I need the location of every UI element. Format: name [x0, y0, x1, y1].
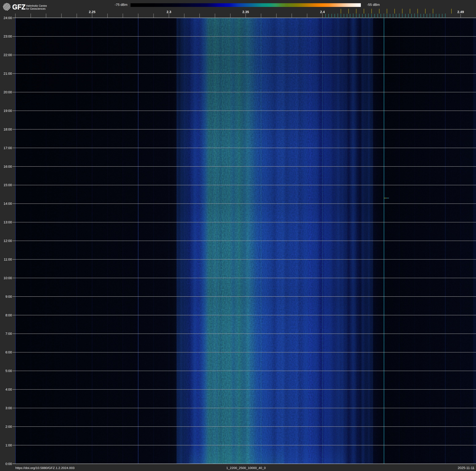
- svg-text:Helmholtz Centre: Helmholtz Centre: [26, 4, 47, 7]
- svg-text:0:00: 0:00: [5, 462, 12, 466]
- svg-text:5:00: 5:00: [5, 369, 12, 373]
- svg-text:2.49: 2.49: [458, 10, 464, 14]
- svg-text:2.4: 2.4: [320, 10, 325, 14]
- svg-text:14:00: 14:00: [3, 202, 12, 205]
- svg-text:17:00: 17:00: [3, 146, 12, 150]
- svg-text:20:00: 20:00: [3, 90, 12, 94]
- svg-text:13:00: 13:00: [3, 220, 12, 224]
- svg-text:18:00: 18:00: [3, 127, 12, 131]
- svg-text:1:00: 1:00: [5, 443, 12, 447]
- svg-text:-55 dBm: -55 dBm: [367, 3, 380, 7]
- svg-text:7:00: 7:00: [5, 332, 12, 336]
- svg-text:22:00: 22:00: [3, 53, 12, 57]
- svg-text:for Geosciences: for Geosciences: [26, 7, 46, 10]
- svg-text:1_2200_2500_10000_40_0: 1_2200_2500_10000_40_0: [226, 466, 266, 470]
- svg-text:6:00: 6:00: [5, 350, 12, 354]
- svg-text:10:00: 10:00: [3, 276, 12, 280]
- svg-text:2.3: 2.3: [167, 10, 171, 14]
- svg-text:15:00: 15:00: [3, 183, 12, 187]
- svg-text:21:00: 21:00: [3, 72, 12, 75]
- svg-text:12:00: 12:00: [3, 239, 12, 243]
- svg-text:8:00: 8:00: [5, 313, 12, 317]
- svg-text:-75 dBm: -75 dBm: [115, 3, 127, 7]
- svg-text:2025-11-11: 2025-11-11: [458, 466, 475, 470]
- svg-text:2.35: 2.35: [242, 10, 249, 14]
- svg-text:2:00: 2:00: [5, 425, 12, 429]
- svg-text:GFZ: GFZ: [12, 3, 25, 11]
- svg-text:https://doi.org/10.5880/GFZ.1.: https://doi.org/10.5880/GFZ.1.2.2024.003: [15, 466, 74, 470]
- svg-text:19:00: 19:00: [3, 109, 12, 113]
- svg-text:11:00: 11:00: [4, 257, 12, 261]
- svg-text:3:00: 3:00: [5, 406, 12, 410]
- svg-text:23:00: 23:00: [3, 35, 12, 38]
- svg-text:24:00: 24:00: [3, 16, 12, 20]
- svg-text:9:00: 9:00: [5, 295, 12, 299]
- svg-text:2.25: 2.25: [89, 10, 96, 14]
- svg-text:16:00: 16:00: [3, 165, 12, 168]
- svg-text:4:00: 4:00: [5, 388, 12, 391]
